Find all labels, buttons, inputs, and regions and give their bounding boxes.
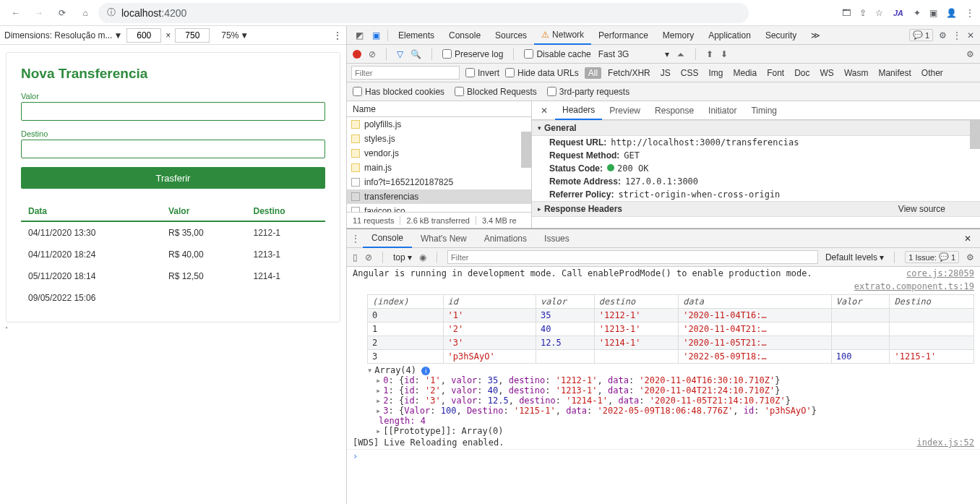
console-sidebar-icon[interactable]: ▯ bbox=[353, 252, 358, 262]
disable-cache-check[interactable]: Disable cache bbox=[524, 49, 590, 59]
request-row[interactable]: main.js bbox=[347, 161, 531, 175]
more-tabs[interactable]: ≫ bbox=[804, 26, 828, 45]
filter-all[interactable]: All bbox=[585, 67, 601, 79]
detail-tab-timing[interactable]: Timing bbox=[744, 101, 784, 120]
net-settings-icon[interactable]: ⚙ bbox=[966, 49, 974, 59]
close-drawer-icon[interactable]: ✕ bbox=[960, 234, 976, 244]
tab-application[interactable]: Application bbox=[701, 26, 758, 45]
menu-icon[interactable]: ⋮ bbox=[966, 8, 974, 18]
upload-icon[interactable]: ⬆ bbox=[706, 49, 713, 59]
close-devtools-icon[interactable]: ✕ bbox=[967, 30, 974, 40]
object-expand[interactable]: 1: {id: '2', valor: 40, destino: '1213-1… bbox=[347, 385, 980, 396]
console-filter-input[interactable] bbox=[447, 250, 818, 264]
filter-fetch-xhr[interactable]: Fetch/XHR bbox=[604, 67, 654, 79]
request-row[interactable]: styles.js bbox=[347, 132, 531, 146]
console-output[interactable]: Angular is running in development mode. … bbox=[347, 267, 980, 504]
filter-doc[interactable]: Doc bbox=[791, 67, 813, 79]
view-source-link[interactable]: View source bbox=[898, 204, 974, 214]
issues-indicator[interactable]: 💬1 bbox=[909, 29, 933, 41]
download-icon[interactable]: ⬇ bbox=[721, 49, 728, 59]
filter-manifest[interactable]: Manifest bbox=[874, 67, 914, 79]
valor-input[interactable] bbox=[21, 102, 325, 121]
request-scrollbar[interactable] bbox=[521, 132, 531, 168]
drawer-tab-issues[interactable]: Issues bbox=[536, 229, 578, 248]
zoom-select[interactable]: 75% ▼ bbox=[221, 30, 249, 40]
tab-console[interactable]: Console bbox=[442, 26, 488, 45]
device-select[interactable]: Dimensions: Resolução m... ▼ bbox=[4, 30, 122, 40]
width-input[interactable] bbox=[126, 28, 161, 43]
detail-tab-preview[interactable]: Preview bbox=[602, 101, 648, 120]
context-select[interactable]: top ▾ bbox=[393, 252, 412, 262]
request-row[interactable]: transferencias bbox=[347, 189, 531, 204]
wifi-icon[interactable]: ⏶ bbox=[676, 49, 685, 59]
close-detail-icon[interactable]: ✕ bbox=[536, 106, 552, 116]
log-levels-select[interactable]: Default levels ▾ bbox=[825, 252, 884, 262]
filter-media[interactable]: Media bbox=[729, 67, 760, 79]
bookmark-icon[interactable]: ☆ bbox=[875, 8, 883, 18]
response-headers-section[interactable]: ▸Response HeadersView source bbox=[532, 201, 980, 217]
source-link[interactable]: extrato.component.ts:19 bbox=[854, 281, 974, 291]
tab-performance[interactable]: Performance bbox=[591, 26, 656, 45]
filter-wasm[interactable]: Wasm bbox=[841, 67, 872, 79]
source-link[interactable]: index.js:52 bbox=[917, 437, 974, 448]
invert-check[interactable]: Invert bbox=[465, 68, 499, 78]
object-expand[interactable]: 3: {Valor: 100, Destino: '1215-1', data:… bbox=[347, 406, 980, 416]
home-button[interactable]: ⌂ bbox=[75, 3, 95, 23]
request-row[interactable]: info?t=1652120187825 bbox=[347, 175, 531, 189]
reload-button[interactable]: ⟳ bbox=[52, 3, 72, 23]
filter-other[interactable]: Other bbox=[918, 67, 947, 79]
destino-input[interactable] bbox=[21, 140, 325, 158]
general-section[interactable]: ▾General bbox=[532, 120, 980, 136]
drawer-tab-what-s-new[interactable]: What's New bbox=[412, 229, 476, 248]
forward-button[interactable]: → bbox=[29, 3, 49, 23]
device-toggle-icon[interactable]: ▣ bbox=[368, 30, 384, 40]
third-party-check[interactable]: 3rd-party requests bbox=[547, 87, 629, 97]
search-icon[interactable]: 🔍 bbox=[411, 49, 421, 59]
detail-tab-headers[interactable]: Headers bbox=[555, 101, 602, 120]
blocked-cookies-check[interactable]: Has blocked cookies bbox=[353, 87, 444, 97]
console-clear-icon[interactable]: ⊘ bbox=[365, 252, 372, 262]
tab-sources[interactable]: Sources bbox=[488, 26, 534, 45]
settings-icon[interactable]: ⚙ bbox=[939, 30, 947, 40]
throttle-caret[interactable]: ▾ bbox=[665, 49, 669, 59]
tab-security[interactable]: Security bbox=[758, 26, 804, 45]
filter-js[interactable]: JS bbox=[657, 67, 674, 79]
drawer-tab-animations[interactable]: Animations bbox=[476, 229, 536, 248]
extension-ja[interactable]: JA bbox=[892, 8, 905, 18]
back-button[interactable]: ← bbox=[6, 3, 26, 23]
detail-tab-initiator[interactable]: Initiator bbox=[701, 101, 744, 120]
request-row[interactable]: polyfills.js bbox=[347, 117, 531, 132]
console-menu-icon[interactable]: ⋮ bbox=[351, 234, 360, 244]
profile-icon[interactable]: 👤 bbox=[946, 8, 957, 18]
tab-memory[interactable]: Memory bbox=[656, 26, 701, 45]
filter-icon[interactable]: ▽ bbox=[397, 49, 403, 59]
filter-css[interactable]: CSS bbox=[677, 67, 702, 79]
height-input[interactable] bbox=[175, 28, 210, 43]
console-issues[interactable]: 1 Issue: 💬1 bbox=[905, 251, 959, 263]
console-settings-icon[interactable]: ⚙ bbox=[966, 252, 974, 262]
hide-data-urls-check[interactable]: Hide data URLs bbox=[505, 68, 579, 78]
request-row[interactable]: favicon.ico bbox=[347, 204, 531, 212]
devtools-menu-icon[interactable]: ⋮ bbox=[953, 30, 961, 40]
source-link[interactable]: core.js:28059 bbox=[906, 268, 974, 278]
request-row[interactable]: vendor.js bbox=[347, 146, 531, 161]
preserve-log-check[interactable]: Preserve log bbox=[442, 49, 503, 59]
reading-list-icon[interactable]: ▣ bbox=[929, 8, 937, 18]
filter-ws[interactable]: WS bbox=[817, 67, 838, 79]
extensions-icon[interactable]: ✦ bbox=[914, 8, 921, 18]
tab-network[interactable]: ⚠Network bbox=[534, 26, 591, 45]
blocked-requests-check[interactable]: Blocked Requests bbox=[455, 87, 537, 97]
detail-scrollbar[interactable] bbox=[970, 120, 980, 149]
object-expand[interactable]: 0: {id: '1', valor: 35, destino: '1212-1… bbox=[347, 375, 980, 385]
url-bar[interactable]: ⓘ localhost:4200 bbox=[98, 3, 749, 23]
transfer-button[interactable]: Trasferir bbox=[21, 167, 325, 189]
console-prompt[interactable]: › bbox=[347, 449, 980, 463]
object-expand[interactable]: 2: {id: '3', valor: 12.5, destino: '1214… bbox=[347, 396, 980, 406]
translate-icon[interactable]: 🗔 bbox=[842, 8, 851, 18]
drawer-tab-console[interactable]: Console bbox=[363, 229, 412, 248]
throttle-select[interactable]: Fast 3G bbox=[598, 49, 629, 59]
filter-input[interactable] bbox=[351, 66, 460, 80]
filter-font[interactable]: Font bbox=[763, 67, 788, 79]
prototype-expand[interactable]: [[Prototype]]: Array(0) bbox=[347, 426, 980, 436]
array-expand[interactable]: Array(4) i bbox=[347, 365, 980, 375]
